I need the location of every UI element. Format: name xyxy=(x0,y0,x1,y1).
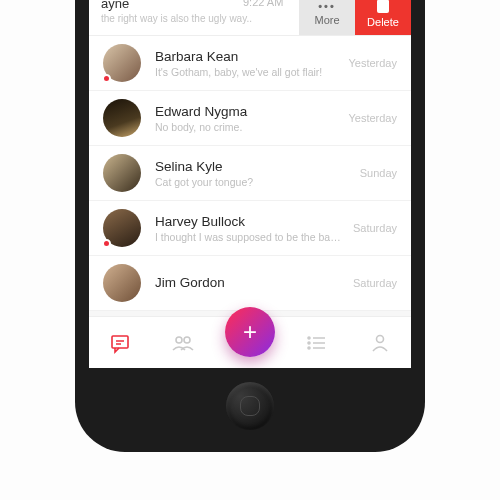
message-preview: No body, no crime. xyxy=(155,121,340,133)
avatar xyxy=(103,44,141,82)
conversation-row[interactable]: Barbara Kean It's Gotham, baby, we've al… xyxy=(89,36,411,91)
row-main: Edward Nygma No body, no crime. xyxy=(155,104,340,133)
conversation-list: Barbara Kean It's Gotham, baby, we've al… xyxy=(89,36,411,311)
contact-name: Jim Gordon xyxy=(155,275,345,290)
svg-point-3 xyxy=(308,337,310,339)
contact-name: Selina Kyle xyxy=(155,159,352,174)
conversation-row[interactable]: Selina Kyle Cat got your tongue? Sunday xyxy=(89,146,411,201)
trash-icon xyxy=(376,0,390,13)
tab-contacts[interactable] xyxy=(163,323,203,363)
chat-icon xyxy=(109,332,131,354)
tab-profile[interactable] xyxy=(360,323,400,363)
avatar xyxy=(103,154,141,192)
unread-badge xyxy=(102,74,111,83)
screen: ayne 9:22 AM the right way is also the u… xyxy=(89,0,411,368)
compose-fab[interactable]: + xyxy=(225,307,275,357)
row-main: Harvey Bullock I thought I was supposed … xyxy=(155,214,345,243)
svg-point-1 xyxy=(176,337,182,343)
timestamp: Yesterday xyxy=(348,112,397,124)
avatar xyxy=(103,264,141,302)
swiped-content: ayne 9:22 AM the right way is also the u… xyxy=(89,0,299,35)
conversation-row-swiped[interactable]: ayne 9:22 AM the right way is also the u… xyxy=(89,0,411,36)
tab-list[interactable] xyxy=(297,323,337,363)
contact-name: Harvey Bullock xyxy=(155,214,345,229)
message-preview: Cat got your tongue? xyxy=(155,176,352,188)
timestamp: Saturday xyxy=(353,277,397,289)
svg-point-4 xyxy=(308,342,310,344)
more-label: More xyxy=(314,14,339,26)
conversation-row[interactable]: Jim Gordon Saturday xyxy=(89,256,411,311)
plus-icon: + xyxy=(243,318,257,346)
tab-messages[interactable] xyxy=(100,323,140,363)
svg-point-2 xyxy=(184,337,190,343)
ellipsis-icon: ••• xyxy=(318,0,336,12)
more-button[interactable]: ••• More xyxy=(299,0,355,35)
message-preview: the right way is also the ugly way.. xyxy=(101,13,289,24)
svg-point-5 xyxy=(308,347,310,349)
message-preview: It's Gotham, baby, we've all got flair! xyxy=(155,66,340,78)
contact-name: Edward Nygma xyxy=(155,104,340,119)
row-main: Barbara Kean It's Gotham, baby, we've al… xyxy=(155,49,340,78)
timestamp: Saturday xyxy=(353,222,397,234)
contact-name: Barbara Kean xyxy=(155,49,340,64)
timestamp: Yesterday xyxy=(348,57,397,69)
avatar xyxy=(103,99,141,137)
svg-point-6 xyxy=(376,335,383,342)
svg-rect-0 xyxy=(112,336,128,348)
row-main: Selina Kyle Cat got your tongue? xyxy=(155,159,352,188)
list-icon xyxy=(305,332,329,354)
delete-label: Delete xyxy=(367,16,399,28)
unread-badge xyxy=(102,239,111,248)
avatar xyxy=(103,209,141,247)
person-icon xyxy=(369,332,391,354)
tab-bar: + xyxy=(89,316,411,368)
conversation-row[interactable]: Harvey Bullock I thought I was supposed … xyxy=(89,201,411,256)
timestamp: 9:22 AM xyxy=(243,0,283,8)
conversation-row[interactable]: Edward Nygma No body, no crime. Yesterda… xyxy=(89,91,411,146)
row-main: Jim Gordon xyxy=(155,275,345,292)
message-preview: I thought I was supposed to be the bad g… xyxy=(155,231,345,243)
people-icon xyxy=(170,332,196,354)
timestamp: Sunday xyxy=(360,167,397,179)
home-button[interactable] xyxy=(226,382,274,430)
delete-button[interactable]: Delete xyxy=(355,0,411,35)
phone-frame: ayne 9:22 AM the right way is also the u… xyxy=(75,0,425,452)
